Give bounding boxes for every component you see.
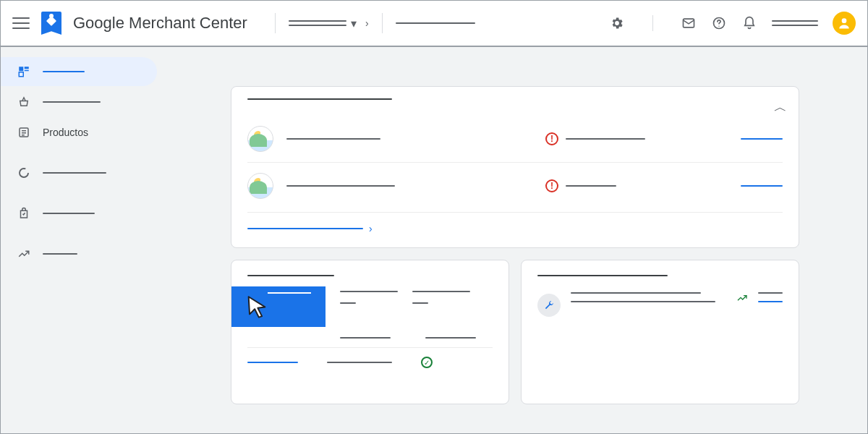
stats-card: ✓ xyxy=(231,260,509,404)
sidebar-item-shopping[interactable] xyxy=(1,88,157,116)
mail-icon[interactable] xyxy=(681,15,697,31)
card-title xyxy=(247,275,334,276)
card-title xyxy=(247,98,392,100)
ok-icon: ✓ xyxy=(421,357,433,368)
issue-row[interactable]: ! xyxy=(247,162,783,209)
stat-label xyxy=(340,291,398,292)
user-label-placeholder xyxy=(772,20,818,26)
stats-footer-value xyxy=(327,362,392,363)
sidebar-item-label: Productos xyxy=(43,127,88,138)
sidebar-item-label xyxy=(43,101,101,103)
divider xyxy=(247,347,493,348)
svg-point-12 xyxy=(20,169,28,177)
sidebar-item-growth[interactable] xyxy=(1,239,157,268)
sidebar-item-label xyxy=(43,253,77,255)
svg-point-3 xyxy=(842,18,847,23)
insight-item[interactable] xyxy=(522,292,799,317)
sidebar-item-products[interactable]: Productos xyxy=(1,118,157,147)
chevron-right-icon: › xyxy=(369,223,373,234)
dropdown-caret-icon: ▾ xyxy=(351,17,357,30)
settings-icon[interactable] xyxy=(609,15,625,31)
svg-point-2 xyxy=(718,26,719,27)
issues-card: ︿ ! ! xyxy=(231,86,799,248)
svg-rect-5 xyxy=(25,67,29,69)
sidebar-item-label xyxy=(43,172,106,174)
issue-status-text xyxy=(566,185,616,187)
highlighted-metric[interactable] xyxy=(231,286,326,327)
help-icon[interactable] xyxy=(711,15,727,31)
stat-secondary xyxy=(340,337,391,339)
divider xyxy=(652,15,653,31)
divider xyxy=(275,13,276,33)
insight-line xyxy=(571,292,701,294)
bag-icon xyxy=(17,206,31,221)
sidebar-item-performance[interactable] xyxy=(1,158,157,187)
breadcrumb-caret-icon: › xyxy=(365,17,369,29)
main-content: ︿ ! ! xyxy=(163,47,867,433)
stat-label xyxy=(412,291,470,292)
issue-action-link[interactable] xyxy=(741,185,783,187)
sidebar-item-overview[interactable] xyxy=(1,57,157,86)
donut-icon xyxy=(17,166,31,180)
error-icon: ! xyxy=(545,179,558,192)
stats-footer-link[interactable] xyxy=(247,362,298,363)
issue-row[interactable]: ! xyxy=(247,116,783,162)
notifications-icon[interactable] xyxy=(741,15,757,31)
card-title xyxy=(537,275,668,276)
list-icon xyxy=(17,125,31,140)
sidebar-item-label xyxy=(43,213,95,214)
issue-status-text xyxy=(566,138,645,140)
dashboard-icon xyxy=(17,64,31,79)
product-thumb-icon xyxy=(247,173,273,199)
stat-secondary xyxy=(425,337,476,339)
insight-action-link[interactable] xyxy=(758,301,783,302)
divider xyxy=(382,13,383,33)
error-icon: ! xyxy=(545,132,558,145)
stat-value xyxy=(340,302,356,304)
user-avatar[interactable] xyxy=(833,12,856,35)
account-selector[interactable]: ▾ › xyxy=(289,17,369,30)
sidebar: Productos xyxy=(1,47,163,433)
issue-description xyxy=(286,138,380,140)
trend-icon xyxy=(17,247,31,261)
collapse-icon[interactable]: ︿ xyxy=(774,98,787,116)
trend-up-icon xyxy=(736,292,748,306)
svg-rect-4 xyxy=(19,67,23,71)
stat-value xyxy=(412,302,428,304)
issue-description xyxy=(286,185,395,187)
product-thumb-icon xyxy=(247,126,273,152)
sidebar-item-label xyxy=(43,71,85,72)
insights-card xyxy=(521,260,799,404)
basket-icon xyxy=(17,95,31,109)
merchant-center-logo-icon xyxy=(41,12,61,35)
insight-meta xyxy=(758,292,783,294)
svg-rect-7 xyxy=(19,72,23,77)
wrench-icon xyxy=(537,294,561,317)
cursor-icon xyxy=(244,294,269,318)
app-title: Google Merchant Center xyxy=(73,14,247,33)
header-secondary-placeholder xyxy=(396,22,475,24)
insight-line xyxy=(571,301,715,302)
view-all-link[interactable]: › xyxy=(247,212,783,240)
app-header: Google Merchant Center ▾ › xyxy=(1,1,867,47)
menu-icon[interactable] xyxy=(12,14,30,32)
sidebar-item-orders[interactable] xyxy=(1,199,157,228)
issue-action-link[interactable] xyxy=(741,138,783,140)
svg-rect-6 xyxy=(25,70,29,72)
